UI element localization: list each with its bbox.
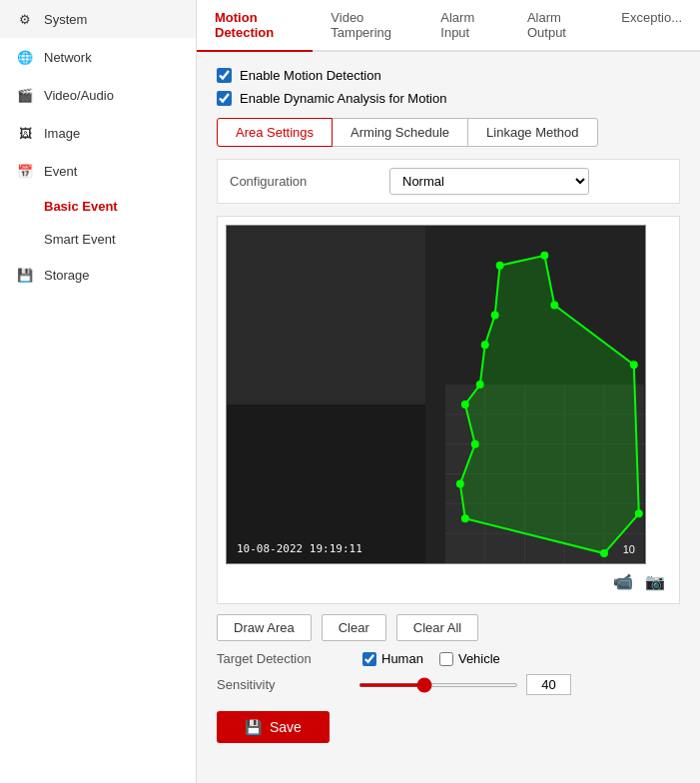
main-tabs: Motion Detection Video Tampering Alarm I… bbox=[197, 0, 700, 52]
svg-point-18 bbox=[630, 361, 638, 369]
sidebar-item-system-label: System bbox=[44, 12, 87, 27]
sidebar-item-network-label: Network bbox=[44, 50, 92, 65]
tab-exception[interactable]: Exceptio... bbox=[603, 0, 700, 52]
save-icon: 💾 bbox=[245, 719, 262, 735]
sidebar-item-video-audio[interactable]: 🎬 Video/Audio bbox=[0, 76, 196, 114]
sub-tab-linkage-method[interactable]: Linkage Method bbox=[467, 118, 598, 147]
image-icon: 🖼 bbox=[16, 124, 34, 142]
sidebar-item-basic-event-label: Basic Event bbox=[44, 199, 118, 214]
sensitivity-slider[interactable] bbox=[358, 683, 518, 687]
svg-point-17 bbox=[550, 302, 558, 310]
svg-point-20 bbox=[600, 549, 608, 557]
svg-point-23 bbox=[471, 440, 479, 448]
system-icon: ⚙ bbox=[16, 10, 34, 28]
tab-alarm-output[interactable]: Alarm Output bbox=[509, 0, 603, 52]
svg-point-15 bbox=[496, 262, 504, 270]
sidebar: ⚙ System 🌐 Network 🎬 Video/Audio 🖼 Image… bbox=[0, 0, 197, 783]
video-icon-bar: 📹 📷 bbox=[226, 564, 671, 595]
sidebar-item-storage[interactable]: 💾 Storage bbox=[0, 256, 196, 294]
video-wrapper: 10-08-2022 19:19:11 10 📹 📷 bbox=[217, 216, 680, 604]
tab-video-tampering[interactable]: Video Tampering bbox=[313, 0, 422, 52]
sidebar-item-smart-event-label: Smart Event bbox=[44, 232, 116, 247]
video-channel-number: 10 bbox=[623, 543, 635, 555]
sidebar-item-storage-label: Storage bbox=[44, 268, 90, 283]
record-icon: 📹 bbox=[613, 573, 633, 590]
storage-icon: 💾 bbox=[16, 266, 34, 284]
sensitivity-row: Sensitivity 40 bbox=[217, 674, 680, 695]
svg-point-27 bbox=[491, 311, 499, 319]
camera-icon: 📷 bbox=[645, 573, 665, 590]
sub-tabs: Area Settings Arming Schedule Linkage Me… bbox=[217, 118, 680, 147]
sub-tab-area-settings[interactable]: Area Settings bbox=[217, 118, 333, 147]
enable-dynamic-label[interactable]: Enable Dynamic Analysis for Motion bbox=[240, 91, 446, 106]
sub-tab-arming-schedule[interactable]: Arming Schedule bbox=[332, 118, 468, 147]
save-button[interactable]: 💾 Save bbox=[217, 711, 330, 743]
clear-button[interactable]: Clear bbox=[322, 614, 386, 641]
tab-motion-detection[interactable]: Motion Detection bbox=[197, 0, 313, 52]
video-timestamp: 10-08-2022 19:19:11 bbox=[237, 542, 362, 555]
event-icon: 📅 bbox=[16, 162, 34, 180]
video-audio-icon: 🎬 bbox=[16, 86, 34, 104]
configuration-select[interactable]: Normal Expert bbox=[389, 168, 589, 195]
video-container: 10-08-2022 19:19:11 10 bbox=[226, 225, 646, 564]
record-button[interactable]: 📹 bbox=[611, 570, 635, 593]
svg-point-24 bbox=[461, 400, 469, 408]
enable-motion-row: Enable Motion Detection bbox=[217, 68, 680, 83]
sidebar-item-video-audio-label: Video/Audio bbox=[44, 88, 114, 103]
snapshot-button[interactable]: 📷 bbox=[643, 570, 667, 593]
vehicle-option[interactable]: Vehicle bbox=[439, 651, 500, 666]
draw-area-button[interactable]: Draw Area bbox=[217, 614, 312, 641]
detection-options: Human Vehicle bbox=[362, 651, 500, 666]
sensitivity-value: 40 bbox=[526, 674, 571, 695]
sidebar-item-image-label: Image bbox=[44, 126, 80, 141]
sidebar-item-image[interactable]: 🖼 Image bbox=[0, 114, 196, 152]
enable-motion-label[interactable]: Enable Motion Detection bbox=[240, 68, 381, 83]
vehicle-label: Vehicle bbox=[458, 651, 500, 666]
svg-point-19 bbox=[635, 509, 643, 517]
slider-container: 40 bbox=[358, 674, 571, 695]
svg-rect-2 bbox=[227, 404, 425, 563]
svg-rect-1 bbox=[227, 226, 425, 404]
content-area: Enable Motion Detection Enable Dynamic A… bbox=[197, 52, 700, 783]
sidebar-item-event-label: Event bbox=[44, 164, 77, 179]
human-checkbox[interactable] bbox=[362, 652, 376, 666]
sidebar-item-network[interactable]: 🌐 Network bbox=[0, 38, 196, 76]
sidebar-item-system[interactable]: ⚙ System bbox=[0, 0, 196, 38]
enable-dynamic-row: Enable Dynamic Analysis for Motion bbox=[217, 91, 680, 106]
configuration-row: Configuration Normal Expert bbox=[217, 159, 680, 204]
svg-point-21 bbox=[461, 514, 469, 522]
sensitivity-label: Sensitivity bbox=[217, 677, 347, 692]
configuration-label: Configuration bbox=[230, 174, 389, 189]
human-label: Human bbox=[381, 651, 423, 666]
enable-dynamic-checkbox[interactable] bbox=[217, 91, 232, 106]
vehicle-checkbox[interactable] bbox=[439, 652, 453, 666]
sidebar-item-smart-event[interactable]: Smart Event bbox=[0, 223, 196, 256]
save-label: Save bbox=[270, 719, 302, 735]
action-buttons: Draw Area Clear Clear All bbox=[217, 614, 680, 641]
svg-point-22 bbox=[456, 479, 464, 487]
svg-point-16 bbox=[540, 252, 548, 260]
main-content: Motion Detection Video Tampering Alarm I… bbox=[197, 0, 700, 783]
clear-all-button[interactable]: Clear All bbox=[396, 614, 478, 641]
sidebar-item-event[interactable]: 📅 Event bbox=[0, 152, 196, 190]
svg-point-26 bbox=[481, 341, 489, 349]
target-detection-row: Target Detection Human Vehicle bbox=[217, 651, 680, 666]
human-option[interactable]: Human bbox=[362, 651, 423, 666]
svg-point-25 bbox=[476, 381, 484, 389]
save-row: 💾 Save bbox=[217, 711, 680, 743]
tab-alarm-input[interactable]: Alarm Input bbox=[422, 0, 509, 52]
sidebar-item-basic-event[interactable]: Basic Event bbox=[0, 190, 196, 223]
target-detection-label: Target Detection bbox=[217, 651, 347, 666]
video-feed bbox=[227, 226, 645, 563]
network-icon: 🌐 bbox=[16, 48, 34, 66]
enable-motion-checkbox[interactable] bbox=[217, 68, 232, 83]
